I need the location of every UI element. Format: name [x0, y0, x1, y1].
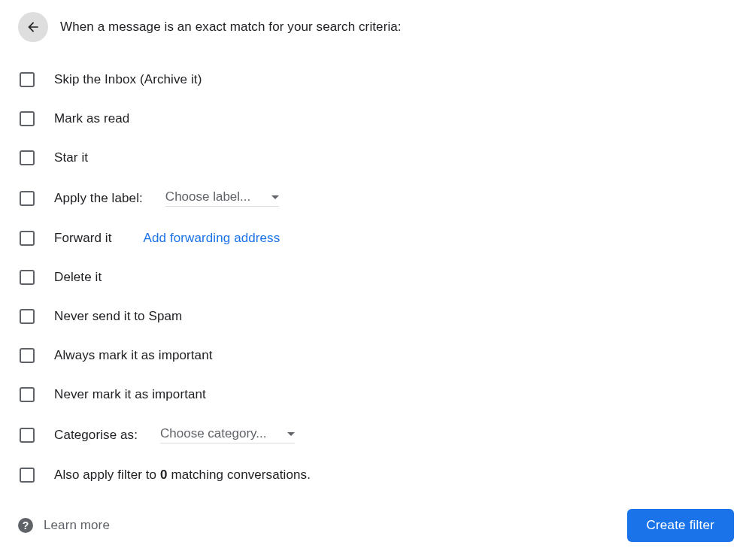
- option-apply-label: Apply the label: Choose label...: [20, 189, 734, 207]
- footer-left: ? Learn more: [18, 518, 110, 533]
- header-row: When a message is an exact match for you…: [18, 12, 734, 42]
- option-star-it: Star it: [20, 150, 734, 165]
- checkbox-always-important[interactable]: [20, 348, 35, 363]
- option-never-important: Never mark it as important: [20, 387, 734, 402]
- also-apply-before: Also apply filter to: [54, 468, 160, 482]
- also-apply-count: 0: [160, 468, 168, 482]
- back-button[interactable]: [18, 12, 48, 42]
- category-dropdown[interactable]: Choose category...: [160, 426, 295, 443]
- checkbox-apply-label[interactable]: [20, 191, 35, 206]
- checkbox-skip-inbox[interactable]: [20, 72, 35, 87]
- page-title: When a message is an exact match for you…: [60, 20, 402, 35]
- label-mark-read: Mark as read: [54, 111, 129, 126]
- filter-options: Skip the Inbox (Archive it) Mark as read…: [18, 72, 734, 483]
- checkbox-forward-it[interactable]: [20, 231, 35, 246]
- checkbox-categorise-as[interactable]: [20, 428, 35, 443]
- add-forwarding-link[interactable]: Add forwarding address: [144, 231, 280, 246]
- option-forward-it: Forward it Add forwarding address: [20, 231, 734, 246]
- also-apply-after: matching conversations.: [168, 468, 311, 482]
- checkbox-never-important[interactable]: [20, 387, 35, 402]
- help-icon[interactable]: ?: [18, 518, 33, 533]
- checkbox-star-it[interactable]: [20, 150, 35, 165]
- category-dropdown-value: Choose category...: [160, 426, 266, 441]
- option-also-apply: Also apply filter to 0 matching conversa…: [20, 468, 734, 483]
- label-never-important: Never mark it as important: [54, 387, 206, 402]
- label-skip-inbox: Skip the Inbox (Archive it): [54, 72, 202, 87]
- label-forward-it: Forward it: [54, 231, 112, 246]
- label-always-important: Always mark it as important: [54, 348, 213, 363]
- checkbox-mark-read[interactable]: [20, 111, 35, 126]
- learn-more-link[interactable]: Learn more: [44, 518, 110, 533]
- option-delete-it: Delete it: [20, 270, 734, 285]
- checkbox-delete-it[interactable]: [20, 270, 35, 285]
- option-never-spam: Never send it to Spam: [20, 309, 734, 324]
- chevron-down-icon: [287, 432, 295, 436]
- create-filter-button[interactable]: Create filter: [627, 509, 734, 542]
- option-mark-read: Mark as read: [20, 111, 734, 126]
- option-categorise-as: Categorise as: Choose category...: [20, 426, 734, 443]
- label-delete-it: Delete it: [54, 270, 102, 285]
- label-categorise-as: Categorise as:: [54, 428, 138, 443]
- label-dropdown-value: Choose label...: [165, 189, 250, 204]
- label-never-spam: Never send it to Spam: [54, 309, 182, 324]
- chevron-down-icon: [271, 195, 279, 199]
- footer: ? Learn more Create filter: [18, 509, 734, 542]
- checkbox-never-spam[interactable]: [20, 309, 35, 324]
- label-also-apply: Also apply filter to 0 matching conversa…: [54, 468, 311, 483]
- option-skip-inbox: Skip the Inbox (Archive it): [20, 72, 734, 87]
- option-always-important: Always mark it as important: [20, 348, 734, 363]
- label-star-it: Star it: [54, 150, 88, 165]
- checkbox-also-apply[interactable]: [20, 468, 35, 483]
- arrow-left-icon: [26, 20, 41, 35]
- label-dropdown[interactable]: Choose label...: [165, 189, 279, 207]
- label-apply-label: Apply the label:: [54, 191, 143, 206]
